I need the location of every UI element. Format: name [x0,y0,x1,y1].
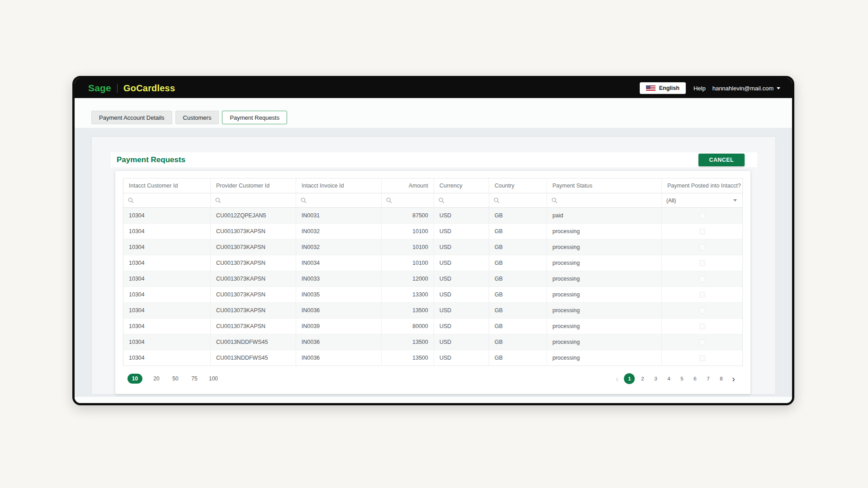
cell-payment-posted [662,239,742,255]
cell-currency: USD [434,287,489,302]
cell-payment-posted [662,287,742,302]
cell-currency: USD [434,303,489,318]
search-icon [494,197,500,203]
search-icon [552,197,557,203]
search-icon [215,197,221,203]
table-row: 10304 CU0013073KAPSN IN0039 80000 USD GB… [123,319,742,334]
page-number[interactable]: 6 [689,373,700,384]
page-number[interactable]: 1 [624,373,635,384]
cell-country: GB [489,255,547,271]
cell-currency: USD [434,271,489,286]
language-selector-button[interactable]: English [640,82,686,94]
page-number[interactable]: 2 [637,373,648,384]
cancel-button[interactable]: CANCEL [698,154,745,166]
cell-country: GB [489,287,547,302]
payment-posted-checkbox[interactable] [699,229,705,235]
cell-amount: 80000 [382,319,434,334]
page-size-option[interactable]: 75 [189,374,199,384]
cell-currency: USD [434,255,489,271]
cell-intacct-customer-id: 10304 [123,271,211,286]
cell-payment-status: processing [547,255,662,271]
payment-posted-checkbox[interactable] [699,260,705,266]
filter-cell-currency [434,193,489,207]
payment-posted-checkbox[interactable] [699,355,705,361]
payment-posted-checkbox[interactable] [699,213,705,219]
page-number[interactable]: 5 [676,373,687,384]
page-number[interactable]: 8 [716,373,726,384]
cell-payment-status: processing [547,303,662,318]
cell-currency: USD [434,224,489,239]
table-row: 10304 CU0013NDDFWS45 IN0036 13500 USD GB… [123,334,742,350]
page-number[interactable]: 4 [663,373,674,384]
chevron-down-icon [777,87,780,89]
app-body: Payment Account DetailsCustomersPayment … [75,98,792,403]
table-row: 10304 CU0012ZQPEJAN5 IN0031 87500 USD GB… [123,208,742,224]
filter-input-provider-customer-id[interactable] [224,197,291,204]
filter-input-currency[interactable] [447,197,484,204]
filter-select-value: (All) [666,197,676,204]
table-row: 10304 CU0013073KAPSN IN0032 10100 USD GB… [123,224,742,239]
cell-intacct-customer-id: 10304 [123,334,211,350]
page-number[interactable]: 7 [703,373,713,384]
filter-input-amount[interactable] [395,197,429,204]
cell-provider-customer-id: CU0013073KAPSN [211,255,296,271]
filter-select-payment-posted[interactable]: (All) [662,193,742,207]
search-icon [128,197,134,203]
payment-posted-checkbox[interactable] [699,339,705,345]
next-page-icon[interactable]: › [729,374,738,384]
chevron-down-icon [733,199,737,202]
page-size-option[interactable]: 10 [127,374,142,384]
cell-currency: USD [434,208,489,223]
filter-input-payment-status[interactable] [560,197,657,204]
column-header-payment-posted: Payment Posted into Intacct? [662,178,742,193]
cell-country: GB [489,239,547,255]
cell-currency: USD [434,334,489,350]
page-size-selector: 10205075100 [127,374,218,384]
help-link[interactable]: Help [693,85,706,92]
cell-intacct-customer-id: 10304 [123,255,211,271]
cell-payment-posted [662,271,742,286]
payment-posted-checkbox[interactable] [699,244,705,250]
cell-payment-posted [662,350,742,366]
table-body: 10304 CU0012ZQPEJAN5 IN0031 87500 USD GB… [123,208,742,366]
cell-country: GB [489,208,547,223]
previous-page-icon[interactable]: ‹ [613,374,622,384]
cell-provider-customer-id: CU0013073KAPSN [211,271,296,286]
cell-country: GB [489,334,547,350]
filter-cell-payment-status [547,193,662,207]
search-icon [301,197,307,203]
tab[interactable]: Customers [175,111,219,124]
payment-posted-checkbox[interactable] [699,324,705,329]
heading-bar: Payment Requests CANCEL [111,152,757,167]
cell-amount: 12000 [382,271,434,286]
payment-requests-table: Intacct Customer Id Provider Customer Id… [123,178,743,366]
brand-logo: Sage GoCardless [88,83,175,94]
cell-payment-status: processing [547,239,662,255]
user-account-menu[interactable]: hannahlevin@mail.com [712,85,780,92]
header-right: English Help hannahlevin@mail.com [640,82,780,94]
cell-provider-customer-id: CU0013073KAPSN [211,224,296,239]
payment-posted-checkbox[interactable] [699,276,705,282]
tab[interactable]: Payment Account Details [91,111,172,124]
payment-posted-checkbox[interactable] [699,292,705,298]
filter-input-country[interactable] [502,197,542,204]
page-number[interactable]: 3 [650,373,661,384]
filter-input-intacct-customer-id[interactable] [137,197,206,204]
table-row: 10304 CU0013NDDFWS45 IN0036 13500 USD GB… [123,350,742,366]
table-footer: 10205075100 ‹ 12345678 › [123,366,743,391]
filter-input-intacct-invoice-id[interactable] [309,197,377,204]
cell-country: GB [489,303,547,318]
table-row: 10304 CU0013073KAPSN IN0035 13300 USD GB… [123,287,742,303]
filter-cell-amount [382,193,434,207]
page-size-option[interactable]: 100 [208,374,218,384]
tab[interactable]: Payment Requests [222,111,287,124]
page-size-option[interactable]: 50 [170,374,180,384]
cell-provider-customer-id: CU0013073KAPSN [211,287,296,302]
cell-amount: 87500 [382,208,434,223]
page-size-option[interactable]: 20 [151,374,161,384]
cell-provider-customer-id: CU0013073KAPSN [211,303,296,318]
payment-posted-checkbox[interactable] [699,308,705,314]
cell-payment-status: processing [547,319,662,334]
cell-currency: USD [434,350,489,366]
cell-intacct-customer-id: 10304 [123,239,211,255]
